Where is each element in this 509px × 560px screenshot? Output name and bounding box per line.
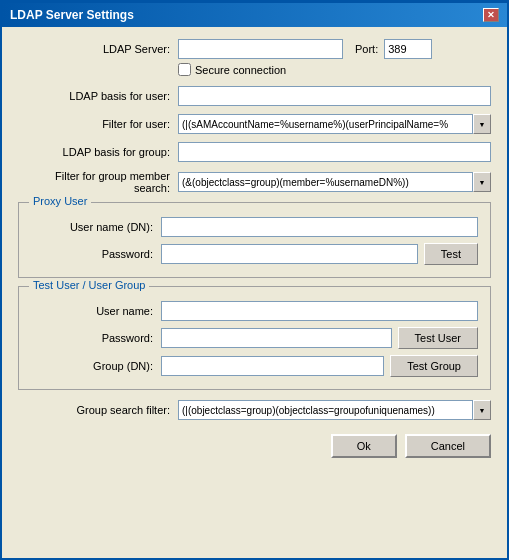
test-user-title: Test User / User Group (29, 279, 149, 291)
ldap-basis-user-input[interactable] (178, 86, 491, 106)
filter-user-label: Filter for user: (18, 118, 178, 130)
ldap-basis-group-label: LDAP basis for group: (18, 146, 178, 158)
proxy-password-input[interactable] (161, 244, 418, 264)
proxy-password-label: Password: (31, 248, 161, 260)
footer-buttons: Ok Cancel (18, 434, 491, 462)
group-search-input[interactable] (178, 400, 473, 420)
secure-connection-checkbox[interactable] (178, 63, 191, 76)
filter-group-input[interactable] (178, 172, 473, 192)
proxy-user-title: Proxy User (29, 195, 91, 207)
filter-user-dropdown[interactable] (473, 114, 491, 134)
proxy-test-button[interactable]: Test (424, 243, 478, 265)
test-password-input[interactable] (161, 328, 392, 348)
dialog-title: LDAP Server Settings (10, 8, 134, 22)
test-group-input[interactable] (161, 356, 384, 376)
cancel-button[interactable]: Cancel (405, 434, 491, 458)
title-controls: ✕ (483, 8, 499, 22)
test-group-label: Group (DN): (31, 360, 161, 372)
port-input[interactable] (384, 39, 432, 59)
filter-user-input[interactable] (178, 114, 473, 134)
proxy-username-label: User name (DN): (31, 221, 161, 233)
title-bar: LDAP Server Settings ✕ (2, 3, 507, 27)
test-user-section: Test User / User Group User name: Passwo… (18, 286, 491, 390)
port-label: Port: (355, 43, 378, 55)
test-username-label: User name: (31, 305, 161, 317)
test-user-button[interactable]: Test User (398, 327, 478, 349)
filter-group-dropdown[interactable] (473, 172, 491, 192)
ldap-server-label: LDAP Server: (18, 43, 178, 55)
filter-group-label: Filter for group member search: (18, 170, 178, 194)
test-username-input[interactable] (161, 301, 478, 321)
dialog-window: LDAP Server Settings ✕ LDAP Server: Port… (0, 0, 509, 560)
ldap-basis-user-label: LDAP basis for user: (18, 90, 178, 102)
ok-button[interactable]: Ok (331, 434, 397, 458)
test-group-button[interactable]: Test Group (390, 355, 478, 377)
ldap-server-input[interactable] (178, 39, 343, 59)
test-password-label: Password: (31, 332, 161, 344)
ldap-basis-group-input[interactable] (178, 142, 491, 162)
group-search-dropdown[interactable] (473, 400, 491, 420)
close-button[interactable]: ✕ (483, 8, 499, 22)
secure-connection-label: Secure connection (195, 64, 286, 76)
proxy-user-section: Proxy User User name (DN): Password: Tes… (18, 202, 491, 278)
proxy-username-input[interactable] (161, 217, 478, 237)
group-search-label: Group search filter: (18, 404, 178, 416)
